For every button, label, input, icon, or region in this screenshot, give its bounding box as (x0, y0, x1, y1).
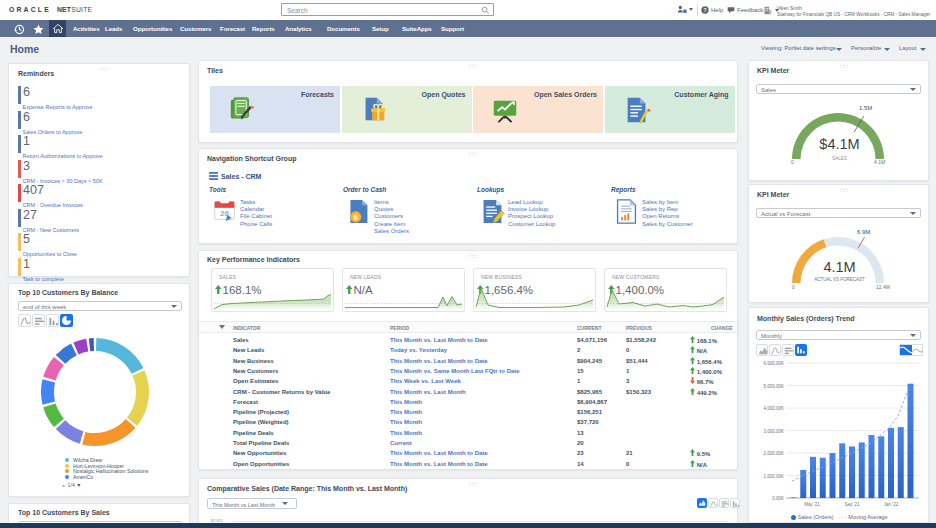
svg-text:3,000.00K: 3,000.00K (763, 429, 784, 434)
svg-text:?: ? (703, 7, 706, 13)
svg-text:4,000.00K: 4,000.00K (763, 406, 784, 411)
svg-text:Sep '21: Sep '21 (844, 502, 860, 507)
svg-text:5,000.00K: 5,000.00K (763, 384, 784, 389)
svg-text:May '21: May '21 (804, 502, 820, 507)
svg-text:Jan '22: Jan '22 (884, 502, 899, 507)
svg-text:1,000.00K: 1,000.00K (763, 474, 784, 479)
svg-text:6,000.00K: 6,000.00K (763, 361, 784, 366)
svg-text:2,000.00K: 2,000.00K (763, 451, 784, 456)
svg-text:0.00K: 0.00K (772, 496, 784, 501)
svg-text:$: $ (354, 214, 358, 222)
